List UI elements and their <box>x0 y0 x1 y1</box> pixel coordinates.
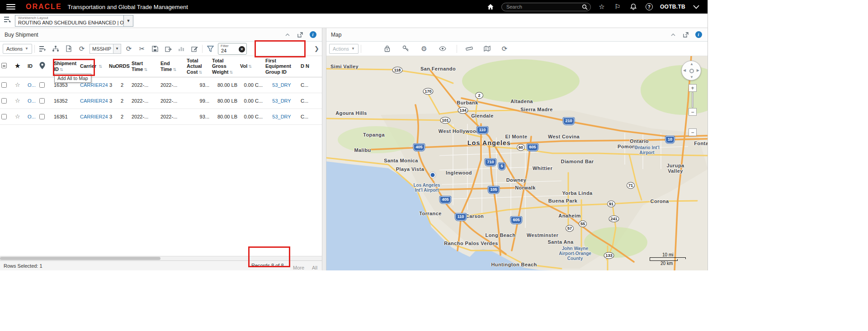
row-select-checkbox[interactable] <box>1 98 7 104</box>
search-input[interactable] <box>501 3 591 11</box>
map-canvas[interactable]: Simi ValleySan FernandoBurbankAltadenaSi… <box>326 56 708 270</box>
row-id-link[interactable]: O... <box>28 82 36 88</box>
all-link[interactable]: All <box>312 265 317 270</box>
col-start-time[interactable]: Start Time⇅ <box>130 56 159 77</box>
row-dn: C... <box>299 93 322 109</box>
map-refresh-icon[interactable]: ⟳ <box>499 43 510 54</box>
row-ords: 2 <box>114 93 130 109</box>
col-ords[interactable]: ORDS <box>114 56 130 77</box>
edit-icon[interactable] <box>189 43 200 54</box>
key-icon[interactable] <box>400 43 411 54</box>
col-first-equipment-group-id[interactable]: First Equipment Group ID <box>264 56 299 77</box>
refresh-icon[interactable]: ⟳ <box>123 43 134 54</box>
favorites-star-icon[interactable]: ☆ <box>597 2 607 12</box>
row-map-checkbox[interactable] <box>39 98 45 104</box>
user-chevron-down-icon[interactable] <box>691 2 701 12</box>
zoom-out-secondary-button[interactable]: − <box>689 128 697 136</box>
notifications-bell-icon[interactable] <box>628 2 638 12</box>
scrollbar-thumb[interactable] <box>0 257 160 260</box>
help-icon[interactable]: ? <box>644 2 654 12</box>
horizontal-scrollbar[interactable] <box>0 256 322 260</box>
popout-panel-icon[interactable] <box>296 30 305 39</box>
filter-clear-icon[interactable]: ✕ <box>239 46 245 52</box>
export-data-icon[interactable] <box>163 43 174 54</box>
col-total-gross-weight[interactable]: Total Gross Weight⇅ <box>211 56 239 77</box>
info-icon[interactable]: i <box>308 30 317 39</box>
map-pan-compass[interactable]: ▲ ▼ ◀ ▶ <box>681 61 701 80</box>
row-shipment-id: 16352 <box>52 93 79 109</box>
col-dn[interactable]: D N <box>299 56 322 77</box>
row-favorite-star-icon[interactable]: ☆ <box>15 113 20 120</box>
col-total-actual-cost[interactable]: Total Actual Cost⇅ <box>185 56 211 77</box>
user-menu[interactable]: OOTB.TB <box>660 4 685 10</box>
zoom-slider[interactable] <box>692 92 693 108</box>
info-icon[interactable]: i <box>694 30 703 39</box>
more-link[interactable]: More <box>293 265 304 270</box>
zoom-in-button[interactable]: + <box>689 84 697 92</box>
manage-columns-icon[interactable] <box>37 43 48 54</box>
eye-icon[interactable] <box>437 43 448 54</box>
zoom-out-button[interactable]: − <box>689 108 697 116</box>
view-select-dropdown-icon[interactable]: ▼ <box>113 44 121 54</box>
row-equipment-link[interactable]: 53_DRY <box>272 98 291 104</box>
row-select-checkbox[interactable] <box>1 82 7 88</box>
view-select[interactable]: MSSHIP ▼ <box>90 44 121 54</box>
chart-icon[interactable] <box>176 43 187 54</box>
row-carrier-link[interactable]: CARRIER24 <box>80 98 108 104</box>
row-id-link[interactable]: O... <box>28 98 36 104</box>
toolbar-overflow-chevron-icon[interactable]: ❯ <box>314 45 319 52</box>
lock-icon[interactable] <box>382 43 392 54</box>
row-favorite-star-icon[interactable]: ☆ <box>15 97 20 104</box>
map-panel-header: Map i <box>326 28 708 42</box>
measure-icon[interactable] <box>464 43 475 54</box>
workbench-layout-icon[interactable] <box>4 16 11 25</box>
map-toolbar: Actions▼ ⚙ ⟳ <box>326 42 708 56</box>
row-end-time: 2022-... <box>159 77 185 93</box>
select-all-checkbox[interactable] <box>1 63 7 68</box>
map-marker[interactable] <box>430 172 436 178</box>
panel-splitter[interactable] <box>322 28 326 270</box>
clear-selection-icon[interactable]: ✂ <box>137 43 147 54</box>
filter-icon[interactable] <box>205 43 216 54</box>
row-favorite-star-icon[interactable]: ☆ <box>15 81 20 88</box>
favorite-column-star-icon[interactable]: ★ <box>15 62 20 69</box>
workbench-layout-select[interactable]: Workbench Layout ROUTING AND SCHEDULING … <box>15 15 133 27</box>
hamburger-menu-icon[interactable] <box>6 4 15 9</box>
row-carrier-link[interactable]: CARRIER24 <box>80 114 108 119</box>
gear-icon[interactable]: ⚙ <box>419 43 429 54</box>
workbench-layout-dropdown-icon[interactable]: ▼ <box>123 15 133 27</box>
collapse-panel-icon[interactable] <box>669 30 678 39</box>
shipment-table-container: ★ ID Shipment ID⇅ Carrier ⇅ Nu ORDS <box>0 56 322 256</box>
hierarchy-view-icon[interactable] <box>50 43 61 54</box>
home-icon[interactable] <box>486 2 495 12</box>
row-select-checkbox[interactable] <box>1 114 7 119</box>
reload-data-icon[interactable]: ⟳ <box>76 43 87 54</box>
row-dn: C... <box>299 109 322 124</box>
popout-panel-icon[interactable] <box>681 30 690 39</box>
filter-input[interactable]: Filter 24 ✕ <box>218 43 247 55</box>
shipment-row[interactable]: ☆ O... 16352 CARRIER24 3 2 2022-... 2022… <box>0 93 322 109</box>
map-actions-button[interactable]: Actions▼ <box>329 44 359 54</box>
row-carrier-link[interactable]: CARRIER24 <box>80 82 108 88</box>
shipment-row[interactable]: ☆ O... 16353 CARRIER24 3 2 2022-... 2022… <box>0 77 322 93</box>
map-layers-icon[interactable] <box>481 43 492 54</box>
row-map-checkbox[interactable] <box>39 114 45 119</box>
row-map-checkbox[interactable] <box>39 82 45 88</box>
row-nu: 3 <box>108 109 114 124</box>
collapse-panel-icon[interactable] <box>283 30 292 39</box>
search-icon[interactable] <box>582 4 588 12</box>
export-page-icon[interactable] <box>63 43 74 54</box>
save-icon[interactable] <box>150 43 160 54</box>
row-equipment-link[interactable]: 53_DRY <box>272 114 291 119</box>
col-vol[interactable]: Vol⇅ <box>239 56 264 77</box>
actions-button[interactable]: Actions▼ <box>3 44 32 54</box>
shipment-row[interactable]: ☆ O... 16351 CARRIER24 3 2 2022-... 2022… <box>0 109 322 124</box>
add-all-to-map-icon[interactable] <box>39 65 45 70</box>
row-id-link[interactable]: O... <box>28 114 36 119</box>
col-nu[interactable]: Nu <box>108 56 114 77</box>
flag-icon[interactable]: ⚐ <box>613 2 623 12</box>
row-total-actual-cost: 93... <box>185 109 211 124</box>
row-equipment-link[interactable]: 53_DRY <box>272 82 291 88</box>
col-end-time[interactable]: End Time⇅ <box>159 56 185 77</box>
col-id[interactable]: ID <box>26 56 38 77</box>
